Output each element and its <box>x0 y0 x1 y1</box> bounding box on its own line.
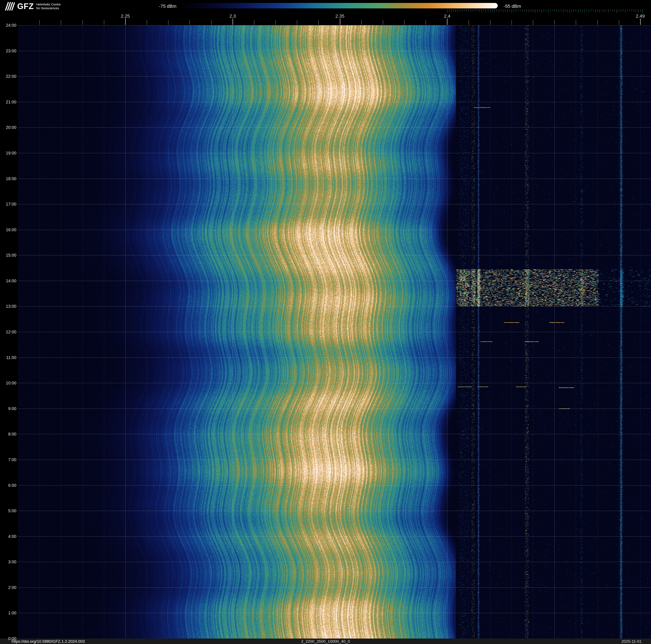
time-tick-label: 21:00 <box>0 100 17 104</box>
footer-date-label: 2025-11-01 <box>621 639 642 644</box>
freq-tick-label: 2.35 <box>335 13 344 19</box>
frequency-axis-canvas <box>0 0 651 25</box>
time-tick-label: 19:00 <box>0 151 17 155</box>
time-tick-label: 13:00 <box>0 304 17 308</box>
time-tick-label: 24:00 <box>0 23 17 27</box>
time-tick-label: 4:00 <box>0 534 17 538</box>
footer-dataset-label: 2_2200_2500_10000_40_0 <box>301 639 350 644</box>
time-tick-label: 5:00 <box>0 509 17 513</box>
time-tick-label: 17:00 <box>0 202 17 206</box>
time-tick-label: 23:00 <box>0 49 17 53</box>
spectrogram-page: GFZ Helmholtz Centre for Geosciences -75… <box>0 0 651 644</box>
time-tick-label: 11:00 <box>0 355 17 360</box>
freq-tick-label: 2.25 <box>121 13 130 19</box>
footer-bar: https://doi.org/10.5880/GFZ.1.2.2024.003… <box>0 639 651 644</box>
time-tick-label: 20:00 <box>0 125 17 129</box>
time-tick-label: 12:00 <box>0 330 17 334</box>
freq-tick-label: 2.4 <box>444 13 451 19</box>
time-tick-label: 8:00 <box>0 432 17 436</box>
time-tick-label: 2:00 <box>0 585 17 590</box>
time-tick-label: 22:00 <box>0 74 17 79</box>
time-tick-label: 7:00 <box>0 458 17 462</box>
time-tick-label: 15:00 <box>0 253 17 257</box>
time-tick-label: 10:00 <box>0 381 17 385</box>
footer-doi-link[interactable]: https://doi.org/10.5880/GFZ.1.2.2024.003 <box>11 639 85 644</box>
spectrogram-canvas <box>18 25 651 639</box>
time-tick-label: 0:00 <box>0 637 17 641</box>
freq-tick-label: 2.3 <box>229 13 236 19</box>
time-tick-label: 16:00 <box>0 228 17 232</box>
time-tick-label: 18:00 <box>0 177 17 181</box>
freq-tick-label: 2.49 <box>636 13 645 19</box>
time-tick-label: 3:00 <box>0 560 17 564</box>
time-tick-label: 6:00 <box>0 483 17 488</box>
time-tick-label: 14:00 <box>0 279 17 283</box>
time-tick-label: 9:00 <box>0 407 17 411</box>
time-tick-label: 1:00 <box>0 611 17 615</box>
